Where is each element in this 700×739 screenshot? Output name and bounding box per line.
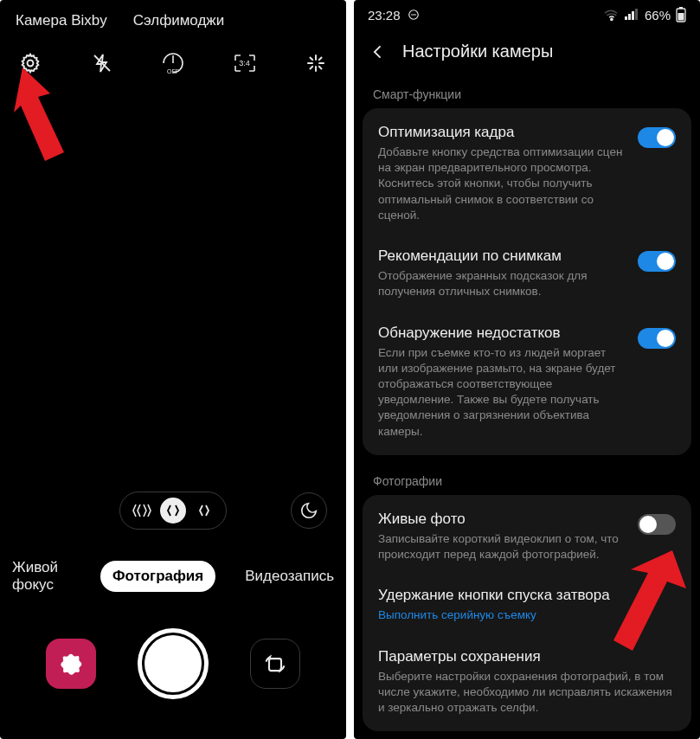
flash-off-icon[interactable] xyxy=(89,50,115,76)
toggle-motion-photos[interactable] xyxy=(638,514,676,535)
lens-selector xyxy=(0,492,346,530)
mode-photo[interactable]: Фотография xyxy=(100,561,215,592)
svg-line-10 xyxy=(318,57,322,61)
svg-rect-18 xyxy=(625,16,627,20)
aspect-ratio-label: 3:4 xyxy=(239,59,250,67)
svg-point-0 xyxy=(28,61,34,67)
mode-video[interactable]: Видеозапись xyxy=(233,561,346,592)
lens-ultrawide-icon[interactable] xyxy=(129,498,155,524)
row-desc: Выберите настройки сохранения фотографий… xyxy=(378,669,676,717)
row-desc: Если при съемке кто-то из людей моргает … xyxy=(378,345,627,440)
section-photos-label: Фотографии xyxy=(354,467,700,495)
effects-icon[interactable] xyxy=(303,50,329,76)
settings-gear-icon[interactable] xyxy=(17,50,43,76)
row-title: Удержание кнопки спуска затвора xyxy=(378,587,676,604)
svg-line-8 xyxy=(310,57,313,61)
svg-rect-24 xyxy=(678,13,684,21)
camera-flip-button[interactable] xyxy=(250,639,300,689)
lens-tele-icon[interactable] xyxy=(191,498,217,524)
camera-top-tabs: Камера Bixby Сэлфимоджи xyxy=(0,0,346,38)
toggle-flaw-detection[interactable] xyxy=(638,328,676,349)
row-desc: Добавьте кнопку средства оптимизации сце… xyxy=(378,145,627,223)
row-shot-suggestions[interactable]: Рекомендации по снимкам Отображение экра… xyxy=(363,235,691,312)
battery-icon xyxy=(676,7,686,22)
mode-live-focus[interactable]: Живой фокус xyxy=(0,552,83,601)
svg-rect-14 xyxy=(269,659,281,671)
row-desc: Выполнить серийную съемку xyxy=(378,607,676,623)
tab-bixby[interactable]: Камера Bixby xyxy=(16,12,107,29)
lens-pill[interactable] xyxy=(119,492,227,530)
shutter-button[interactable] xyxy=(138,628,209,699)
shutter-row xyxy=(0,628,346,699)
row-motion-photos[interactable]: Живые фото Записывайте короткий видеокли… xyxy=(363,498,691,575)
gallery-button[interactable] xyxy=(46,639,96,689)
svg-rect-20 xyxy=(632,11,634,20)
timer-off-icon[interactable]: OFF xyxy=(160,50,186,76)
svg-line-9 xyxy=(318,66,322,69)
section-smart-label: Смарт-функции xyxy=(354,80,700,108)
row-title: Обнаружение недостатков xyxy=(378,325,627,342)
shutter-inner xyxy=(144,635,202,692)
back-icon[interactable] xyxy=(369,43,387,61)
toggle-scene-optimizer[interactable] xyxy=(638,127,676,148)
settings-header: Настройки камеры xyxy=(354,26,700,80)
svg-text:OFF: OFF xyxy=(167,68,179,74)
lens-wide-icon[interactable] xyxy=(160,498,186,524)
svg-line-11 xyxy=(310,66,313,69)
row-desc: Записывайте короткий видеоклип о том, чт… xyxy=(378,531,627,562)
row-title: Живые фото xyxy=(378,511,627,528)
svg-rect-21 xyxy=(635,9,638,20)
tab-selfimoji[interactable]: Сэлфимоджи xyxy=(133,12,225,29)
row-flaw-detection[interactable]: Обнаружение недостатков Если при съемке … xyxy=(363,312,691,452)
camera-settings-screen: 23:28 66% Настройки камеры Смарт- xyxy=(354,0,700,739)
wifi-icon xyxy=(603,9,619,21)
row-title: Рекомендации по снимкам xyxy=(378,247,627,265)
toggle-shot-suggestions[interactable] xyxy=(638,251,676,272)
svg-rect-23 xyxy=(679,7,683,9)
dnd-icon xyxy=(408,9,420,21)
night-mode-icon[interactable] xyxy=(291,492,327,529)
svg-rect-19 xyxy=(628,14,631,20)
camera-toolbar: OFF 3:4 xyxy=(0,38,346,85)
camera-screen: Камера Bixby Сэлфимоджи OFF xyxy=(0,0,346,739)
svg-point-17 xyxy=(611,18,613,20)
row-title: Параметры сохранения xyxy=(378,648,676,665)
row-desc: Отображение экранных подсказок для получ… xyxy=(378,268,627,299)
camera-modes: Живой фокус Фотография Видеозапись xyxy=(0,552,346,601)
status-time: 23:28 xyxy=(368,8,401,22)
section-photos-card: Живые фото Записывайте короткий видеокли… xyxy=(363,495,691,731)
row-title: Оптимизация кадра xyxy=(378,124,627,141)
row-scene-optimizer[interactable]: Оптимизация кадра Добавьте кнопку средст… xyxy=(363,112,691,235)
signal-icon xyxy=(624,9,639,21)
settings-title: Настройки камеры xyxy=(402,42,553,61)
aspect-ratio-icon[interactable]: 3:4 xyxy=(232,50,258,76)
battery-percent: 66% xyxy=(645,8,671,22)
status-bar: 23:28 66% xyxy=(354,0,700,26)
row-hold-shutter[interactable]: Удержание кнопки спуска затвора Выполнит… xyxy=(363,575,691,635)
section-smart-card: Оптимизация кадра Добавьте кнопку средст… xyxy=(363,108,691,455)
row-save-options[interactable]: Параметры сохранения Выберите настройки … xyxy=(363,636,691,729)
